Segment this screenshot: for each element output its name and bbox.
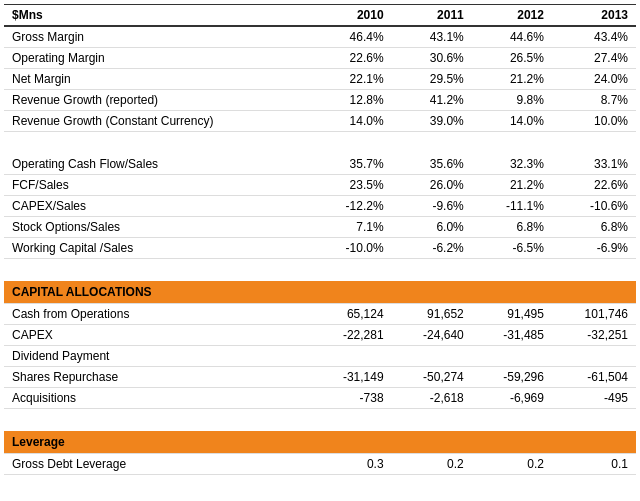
header-col-2010: 2010 [311, 5, 391, 27]
cell-16-1: -31,149 [311, 367, 391, 388]
cell-9-1: 7.1% [311, 217, 391, 238]
section-header-row: CAPITAL ALLOCATIONS [4, 281, 636, 304]
cell-3-3: 9.8% [472, 90, 552, 111]
table-row: Dividend Payment [4, 346, 636, 367]
empty-row [4, 132, 636, 155]
cell-13-2: 91,652 [392, 304, 472, 325]
cell-14-0: CAPEX [4, 325, 311, 346]
cell-3-2: 41.2% [392, 90, 472, 111]
cell-10-0: Working Capital /Sales [4, 238, 311, 259]
cell-1-1: 22.6% [311, 48, 391, 69]
cell-2-3: 21.2% [472, 69, 552, 90]
cell-0-0: Gross Margin [4, 26, 311, 48]
cell-8-1: -12.2% [311, 196, 391, 217]
table-row: CAPEX-22,281-24,640-31,485-32,251 [4, 325, 636, 346]
cell-14-3: -31,485 [472, 325, 552, 346]
cell-6-4: 33.1% [552, 154, 636, 175]
empty-cell [4, 259, 636, 282]
section-header-row: Leverage [4, 431, 636, 454]
table-row: Operating Margin22.6%30.6%26.5%27.4% [4, 48, 636, 69]
table-row: Gross Margin46.4%43.1%44.6%43.4% [4, 26, 636, 48]
cell-7-0: FCF/Sales [4, 175, 311, 196]
table-row: Gross Debt Leverage0.30.20.20.1 [4, 454, 636, 475]
cell-8-2: -9.6% [392, 196, 472, 217]
cell-15-0: Dividend Payment [4, 346, 311, 367]
table-row: Shares Repurchase-31,149-50,274-59,296-6… [4, 367, 636, 388]
cell-16-3: -59,296 [472, 367, 552, 388]
cell-17-3: -6,969 [472, 388, 552, 409]
cell-14-2: -24,640 [392, 325, 472, 346]
cell-17-1: -738 [311, 388, 391, 409]
cell-0-2: 43.1% [392, 26, 472, 48]
cell-6-1: 35.7% [311, 154, 391, 175]
cell-13-0: Cash from Operations [4, 304, 311, 325]
header-col-2013: 2013 [552, 5, 636, 27]
table-row: Stock Options/Sales7.1%6.0%6.8%6.8% [4, 217, 636, 238]
cell-0-1: 46.4% [311, 26, 391, 48]
cell-10-1: -10.0% [311, 238, 391, 259]
cell-0-4: 43.4% [552, 26, 636, 48]
cell-9-4: 6.8% [552, 217, 636, 238]
cell-14-1: -22,281 [311, 325, 391, 346]
cell-16-0: Shares Repurchase [4, 367, 311, 388]
cell-4-3: 14.0% [472, 111, 552, 132]
cell-20-2: 0.2 [392, 454, 472, 475]
cell-4-4: 10.0% [552, 111, 636, 132]
cell-8-0: CAPEX/Sales [4, 196, 311, 217]
header-col-label: $Mns [4, 5, 311, 27]
cell-16-4: -61,504 [552, 367, 636, 388]
section-cell-0: CAPITAL ALLOCATIONS [4, 281, 636, 304]
cell-20-4: 0.1 [552, 454, 636, 475]
cell-10-4: -6.9% [552, 238, 636, 259]
cell-2-4: 24.0% [552, 69, 636, 90]
cell-17-0: Acquisitions [4, 388, 311, 409]
financial-table: $Mns 2010 2011 2012 2013 Gross Margin46.… [4, 4, 636, 475]
cell-20-0: Gross Debt Leverage [4, 454, 311, 475]
cell-1-3: 26.5% [472, 48, 552, 69]
cell-10-3: -6.5% [472, 238, 552, 259]
table-row: Working Capital /Sales-10.0%-6.2%-6.5%-6… [4, 238, 636, 259]
header-col-2011: 2011 [392, 5, 472, 27]
empty-row [4, 409, 636, 432]
header-col-2012: 2012 [472, 5, 552, 27]
cell-3-1: 12.8% [311, 90, 391, 111]
main-container: $Mns 2010 2011 2012 2013 Gross Margin46.… [0, 0, 640, 479]
cell-15-2 [392, 346, 472, 367]
empty-cell [4, 132, 636, 155]
cell-2-1: 22.1% [311, 69, 391, 90]
table-row: Cash from Operations65,12491,65291,49510… [4, 304, 636, 325]
cell-17-2: -2,618 [392, 388, 472, 409]
cell-3-0: Revenue Growth (reported) [4, 90, 311, 111]
cell-8-3: -11.1% [472, 196, 552, 217]
table-row: CAPEX/Sales-12.2%-9.6%-11.1%-10.6% [4, 196, 636, 217]
table-row: Operating Cash Flow/Sales35.7%35.6%32.3%… [4, 154, 636, 175]
empty-row [4, 259, 636, 282]
empty-cell [4, 409, 636, 432]
cell-20-1: 0.3 [311, 454, 391, 475]
cell-15-1 [311, 346, 391, 367]
cell-4-2: 39.0% [392, 111, 472, 132]
cell-13-4: 101,746 [552, 304, 636, 325]
table-header: $Mns 2010 2011 2012 2013 [4, 5, 636, 27]
cell-7-1: 23.5% [311, 175, 391, 196]
cell-20-3: 0.2 [472, 454, 552, 475]
section-cell-0: Leverage [4, 431, 636, 454]
cell-13-3: 91,495 [472, 304, 552, 325]
cell-4-1: 14.0% [311, 111, 391, 132]
table-row: FCF/Sales23.5%26.0%21.2%22.6% [4, 175, 636, 196]
cell-8-4: -10.6% [552, 196, 636, 217]
cell-10-2: -6.2% [392, 238, 472, 259]
cell-9-0: Stock Options/Sales [4, 217, 311, 238]
table-row: Acquisitions-738-2,618-6,969-495 [4, 388, 636, 409]
cell-7-2: 26.0% [392, 175, 472, 196]
table-row: Net Margin22.1%29.5%21.2%24.0% [4, 69, 636, 90]
table-row: Revenue Growth (Constant Currency)14.0%3… [4, 111, 636, 132]
cell-14-4: -32,251 [552, 325, 636, 346]
cell-15-4 [552, 346, 636, 367]
cell-3-4: 8.7% [552, 90, 636, 111]
cell-7-3: 21.2% [472, 175, 552, 196]
cell-7-4: 22.6% [552, 175, 636, 196]
cell-17-4: -495 [552, 388, 636, 409]
cell-2-0: Net Margin [4, 69, 311, 90]
cell-6-2: 35.6% [392, 154, 472, 175]
